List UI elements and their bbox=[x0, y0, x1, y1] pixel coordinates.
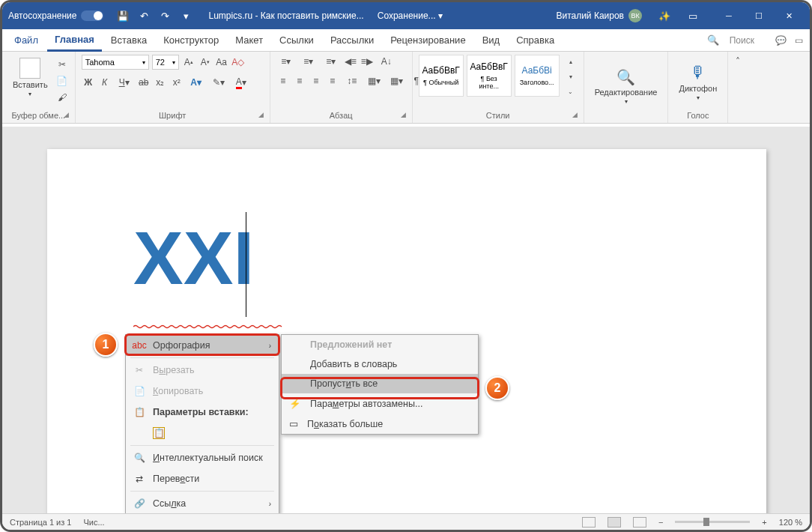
zoom-level[interactable]: 120 % bbox=[779, 518, 802, 527]
menu-smart-lookup[interactable]: 🔍 Интеллектуальный поиск bbox=[126, 447, 279, 468]
tab-view[interactable]: Вид bbox=[475, 30, 508, 50]
change-case-icon[interactable]: Aa bbox=[215, 55, 228, 69]
shading-icon[interactable]: ▦▾ bbox=[365, 74, 384, 88]
styles-more-icon[interactable]: ⌄ bbox=[564, 85, 578, 98]
paste-icon: 📋 bbox=[133, 406, 145, 418]
zoom-out-button[interactable]: − bbox=[658, 518, 663, 527]
underline-button[interactable]: Ч▾ bbox=[115, 76, 134, 89]
style-normal[interactable]: АаБбВвГ¶ Обычный bbox=[419, 55, 464, 97]
cut-icon[interactable]: ✂ bbox=[55, 58, 69, 71]
grow-font-icon[interactable]: A▴ bbox=[182, 55, 196, 69]
strike-button[interactable]: ab bbox=[137, 76, 151, 89]
dialog-launcher-icon[interactable]: ◢ bbox=[258, 111, 264, 118]
borders-icon[interactable]: ▦▾ bbox=[387, 74, 407, 88]
collapse-ribbon-icon[interactable]: ˄ bbox=[731, 55, 745, 68]
copy-icon[interactable]: 📄 bbox=[55, 74, 69, 88]
comments-icon[interactable]: 💬 bbox=[774, 34, 787, 47]
font-color-icon[interactable]: A▾ bbox=[231, 76, 251, 89]
share-icon[interactable]: ▭ bbox=[792, 34, 805, 47]
undo-icon[interactable]: ↶ bbox=[138, 10, 150, 22]
dictate-button[interactable]: 🎙 Диктофон ▾ bbox=[674, 60, 721, 104]
italic-button[interactable]: К bbox=[98, 76, 112, 89]
line-spacing-icon[interactable]: ↕≡ bbox=[342, 74, 362, 88]
document-title: Lumpics.ru - Как поставить римские... bbox=[208, 10, 363, 21]
subscript-button[interactable]: x₂ bbox=[154, 76, 167, 89]
style-heading1[interactable]: АаБбВіЗаголово... bbox=[515, 55, 560, 97]
toggle-switch[interactable] bbox=[81, 10, 103, 21]
styles-down-icon[interactable]: ▾ bbox=[564, 70, 578, 83]
tab-layout[interactable]: Макет bbox=[228, 30, 270, 50]
increase-indent-icon[interactable]: ≡▶ bbox=[360, 55, 374, 68]
dialog-launcher-icon[interactable]: ◢ bbox=[64, 111, 69, 118]
zoom-in-button[interactable]: + bbox=[762, 518, 766, 527]
paste-option-keep-text[interactable]: 📋 bbox=[126, 423, 279, 444]
sort-icon[interactable]: A↓ bbox=[377, 55, 396, 68]
close-button[interactable]: ✕ bbox=[774, 2, 804, 29]
shrink-font-icon[interactable]: A▾ bbox=[199, 55, 212, 69]
submenu-autocorrect[interactable]: ⚡ Параметры автозамены... bbox=[282, 393, 478, 414]
document-text[interactable]: XXI bbox=[133, 215, 254, 301]
paste-button[interactable]: Вставить ▾ bbox=[8, 55, 52, 100]
menu-translate[interactable]: ⇄ Перевести bbox=[126, 468, 279, 489]
clear-format-icon[interactable]: A◇ bbox=[231, 55, 245, 69]
superscript-button[interactable]: x² bbox=[170, 76, 184, 89]
numbering-icon[interactable]: ≡▾ bbox=[299, 55, 318, 68]
submenu-add-to-dictionary[interactable]: Добавить в словарь bbox=[282, 354, 478, 374]
align-left-icon[interactable]: ≡ bbox=[276, 74, 290, 88]
autocorrect-icon: ⚡ bbox=[289, 398, 301, 409]
multilevel-icon[interactable]: ≡▾ bbox=[321, 55, 341, 68]
justify-icon[interactable]: ≡ bbox=[326, 74, 339, 88]
document-area: XXI bbox=[2, 127, 810, 513]
ribbon-display-icon[interactable]: ▭ bbox=[687, 10, 699, 22]
tab-home[interactable]: Главная bbox=[47, 29, 102, 52]
tab-mailings[interactable]: Рассылки bbox=[323, 30, 381, 50]
decrease-indent-icon[interactable]: ◀≡ bbox=[344, 55, 357, 68]
styles-up-icon[interactable]: ▴ bbox=[564, 55, 578, 68]
format-painter-icon[interactable]: 🖌 bbox=[55, 91, 69, 104]
tab-help[interactable]: Справка bbox=[509, 30, 562, 50]
bullets-icon[interactable]: ≡▾ bbox=[276, 55, 296, 68]
print-layout-icon[interactable] bbox=[608, 517, 621, 528]
align-center-icon[interactable]: ≡ bbox=[293, 74, 306, 88]
web-layout-icon[interactable] bbox=[633, 517, 646, 528]
qat-dropdown-icon[interactable]: ▾ bbox=[180, 10, 192, 22]
save-icon[interactable]: 💾 bbox=[117, 10, 129, 22]
group-label: Стили bbox=[486, 111, 510, 120]
submenu-ignore-all[interactable]: Пропустить все bbox=[282, 374, 478, 393]
tab-file[interactable]: Файл bbox=[7, 30, 46, 50]
tab-design[interactable]: Конструктор bbox=[156, 30, 226, 50]
maximize-button[interactable]: ☐ bbox=[744, 2, 774, 29]
menu-copy: 📄 Копировать bbox=[126, 381, 279, 402]
minimize-button[interactable]: ─ bbox=[714, 2, 744, 29]
user-account[interactable]: Виталий Каиров ВК bbox=[556, 9, 642, 22]
dialog-launcher-icon[interactable]: ◢ bbox=[401, 111, 406, 118]
search-input[interactable]: Поиск bbox=[724, 33, 760, 48]
ribbon-tabs: Файл Главная Вставка Конструктор Макет С… bbox=[2, 29, 810, 52]
redo-icon[interactable]: ↷ bbox=[159, 10, 171, 22]
tab-references[interactable]: Ссылки bbox=[272, 30, 321, 50]
font-size-combo[interactable]: 72▾ bbox=[152, 55, 179, 70]
zoom-slider[interactable] bbox=[675, 521, 750, 523]
tab-review[interactable]: Рецензирование bbox=[383, 30, 473, 50]
autosave-toggle[interactable]: Автосохранение bbox=[8, 10, 103, 21]
style-no-spacing[interactable]: АаБбВвГ¶ Без инте... bbox=[467, 55, 512, 97]
menu-spelling[interactable]: abc Орфография › bbox=[126, 335, 279, 356]
coming-soon-icon[interactable]: ✨ bbox=[658, 10, 670, 22]
submenu-show-more[interactable]: ▭ Показать больше bbox=[282, 414, 478, 434]
menu-link[interactable]: 🔗 Ссылка › bbox=[126, 493, 279, 514]
word-count[interactable]: Чис... bbox=[83, 518, 104, 527]
font-name-combo[interactable]: Tahoma▾ bbox=[82, 55, 149, 70]
search-icon[interactable]: 🔍 bbox=[707, 34, 719, 46]
paste-icon bbox=[19, 58, 40, 79]
bold-button[interactable]: Ж bbox=[82, 76, 95, 89]
highlight-icon[interactable]: ✎▾ bbox=[209, 76, 228, 89]
editing-button[interactable]: 🔍 Редактирование ▾ bbox=[590, 65, 662, 108]
saving-status[interactable]: Сохранение... ▾ bbox=[378, 10, 443, 21]
read-mode-icon[interactable] bbox=[582, 517, 596, 528]
tab-insert[interactable]: Вставка bbox=[103, 30, 154, 50]
page-status[interactable]: Страница 1 из 1 bbox=[10, 518, 71, 527]
status-bar: Страница 1 из 1 Чис... − + 120 % bbox=[2, 513, 810, 530]
text-effects-icon[interactable]: A▾ bbox=[187, 76, 206, 89]
dialog-launcher-icon[interactable]: ◢ bbox=[572, 111, 578, 118]
align-right-icon[interactable]: ≡ bbox=[309, 74, 323, 88]
